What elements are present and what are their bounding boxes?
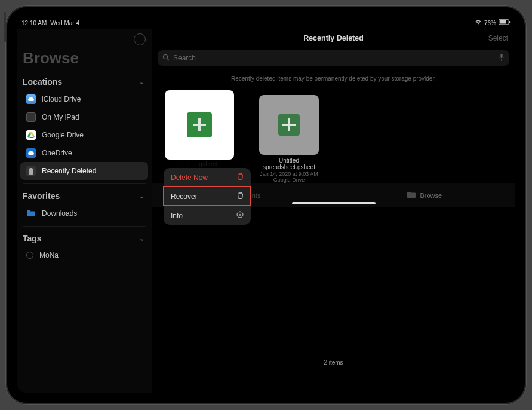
hardware-button: [4, 12, 6, 42]
menu-label: Info: [171, 212, 183, 220]
status-time: 12:10 AM: [21, 20, 47, 26]
search-placeholder: Search: [173, 54, 495, 62]
sidebar: ⋯ Browse Locations ⌄ iCloud Drive On My …: [17, 29, 152, 393]
trash-icon: [26, 166, 36, 176]
sidebar-item-label: MoNa: [39, 251, 59, 259]
ipad-icon: [26, 112, 36, 122]
sidebar-item-label: OneDrive: [42, 149, 72, 157]
ipad-device-frame: 12:10 AM Wed Mar 4 76% ⋯ Browse: [6, 6, 526, 404]
more-options-icon[interactable]: ⋯: [134, 33, 146, 45]
sidebar-item-label: Downloads: [42, 209, 77, 218]
svg-point-6: [164, 54, 168, 59]
svg-point-11: [239, 213, 241, 214]
item-count: 2 items: [152, 359, 515, 366]
main-content: Recently Deleted Select Search Recentl: [152, 29, 515, 393]
file-item[interactable]: Untitled spreadsheet.gsheet Jan 14, 2020…: [253, 90, 325, 183]
home-indicator[interactable]: [292, 202, 376, 204]
microphone-icon[interactable]: [499, 53, 505, 63]
svg-rect-2: [509, 21, 511, 23]
sidebar-item-label: On My iPad: [42, 113, 79, 121]
menu-info[interactable]: Info: [164, 206, 251, 225]
svg-rect-8: [501, 54, 503, 58]
tag-circle-icon: [26, 252, 33, 259]
folder-icon: [26, 209, 36, 218]
trash-icon: [237, 173, 244, 182]
sidebar-item-recently-deleted[interactable]: Recently Deleted: [20, 162, 148, 180]
context-menu: Delete Now Recover Info: [164, 168, 251, 225]
search-icon: [162, 54, 170, 63]
files-grid: ……….gsheet Jan 5, 2020 at 9:43 PM Untit: [152, 90, 515, 183]
status-date: Wed Mar 4: [50, 20, 79, 26]
favorites-header[interactable]: Favorites ⌄: [17, 188, 152, 204]
google-drive-icon: [26, 130, 36, 140]
file-thumbnail: [259, 95, 319, 155]
tags-header[interactable]: Tags ⌄: [17, 230, 152, 247]
select-button[interactable]: Select: [488, 34, 508, 42]
trash-icon: [237, 192, 244, 201]
page-title: Recently Deleted: [303, 34, 364, 42]
search-input[interactable]: Search: [158, 50, 509, 66]
sidebar-item-tag-mona[interactable]: MoNa: [20, 247, 148, 264]
sidebar-item-google-drive[interactable]: Google Drive: [20, 126, 148, 144]
sidebar-item-label: iCloud Drive: [42, 95, 81, 103]
wifi-icon: [475, 19, 482, 26]
sidebar-item-label: Google Drive: [42, 131, 84, 139]
sidebar-item-on-my-ipad[interactable]: On My iPad: [20, 108, 148, 126]
screen: 12:10 AM Wed Mar 4 76% ⋯ Browse: [17, 17, 515, 393]
file-source: Google Drive: [253, 177, 325, 183]
battery-icon: [499, 19, 511, 26]
tab-label: Browse: [420, 192, 442, 199]
menu-label: Delete Now: [171, 173, 208, 182]
battery-percent: 76%: [484, 20, 496, 26]
locations-header[interactable]: Locations ⌄: [17, 74, 152, 90]
status-bar: 12:10 AM Wed Mar 4 76%: [17, 17, 515, 29]
locations-label: Locations: [23, 77, 62, 87]
file-date: Jan 14, 2020 at 9:03 AM: [253, 171, 325, 177]
chevron-down-icon: ⌄: [139, 235, 144, 243]
main-header: Recently Deleted Select: [152, 29, 515, 48]
onedrive-icon: [26, 148, 36, 158]
menu-label: Recover: [171, 192, 198, 201]
chevron-down-icon: ⌄: [139, 78, 144, 86]
svg-rect-1: [500, 20, 506, 24]
folder-icon: [407, 191, 416, 200]
spreadsheet-icon: [278, 114, 300, 136]
menu-delete-now[interactable]: Delete Now: [164, 168, 251, 186]
menu-recover[interactable]: Recover: [164, 186, 251, 206]
info-icon: [236, 211, 244, 220]
sidebar-item-icloud-drive[interactable]: iCloud Drive: [20, 90, 148, 108]
svg-rect-12: [239, 214, 240, 216]
icloud-icon: [26, 94, 36, 104]
spreadsheet-icon: [187, 112, 212, 137]
file-name: ……….gsheet: [164, 161, 233, 167]
chevron-down-icon: ⌄: [139, 192, 144, 200]
notice-text: Recently deleted items may be permanentl…: [152, 71, 515, 90]
sidebar-item-label: Recently Deleted: [42, 167, 96, 175]
sidebar-item-downloads[interactable]: Downloads: [20, 204, 148, 222]
svg-line-7: [167, 59, 169, 60]
tags-label: Tags: [23, 234, 42, 243]
file-thumbnail: [165, 90, 234, 160]
sidebar-title: Browse: [17, 49, 152, 74]
file-name: Untitled spreadsheet.gsheet: [253, 157, 325, 170]
sidebar-item-onedrive[interactable]: OneDrive: [20, 144, 148, 162]
favorites-label: Favorites: [23, 191, 60, 201]
